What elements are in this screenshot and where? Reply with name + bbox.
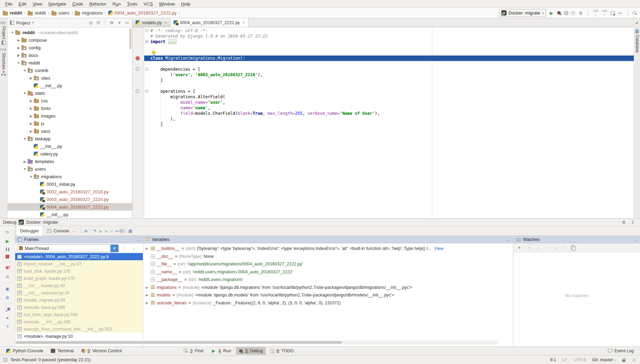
tree-toggle-icon[interactable]: ▼: [28, 175, 34, 179]
variable-row[interactable]: ▶__builtins__={dict}{'bytearray': <type …: [143, 245, 513, 253]
tree-toggle-icon[interactable]: ▶: [16, 53, 21, 57]
gear-blue-icon[interactable]: ⚙: [621, 220, 627, 225]
rerun-icon[interactable]: ↻: [5, 230, 10, 235]
commit-icon[interactable]: [611, 11, 615, 15]
step-into-my-icon[interactable]: ↘: [103, 228, 109, 234]
tool-window-button-database[interactable]: Database: [634, 29, 640, 52]
frame-row[interactable]: handle, migrate.py:89: [15, 296, 143, 304]
tree-item-0004_auto_20160327_2222-py[interactable]: 0004_auto_20160327_2222.py: [8, 203, 132, 211]
tree-item-js[interactable]: ▶js: [8, 120, 132, 127]
frame-row[interactable]: <module>, manage.py:10: [15, 333, 143, 340]
add-icon[interactable]: +: [516, 245, 522, 251]
locate-icon[interactable]: ◎: [88, 20, 93, 26]
tree-toggle-icon[interactable]: ▼: [22, 137, 28, 141]
code-fold-icon[interactable]: −: [145, 90, 148, 93]
frame-row[interactable]: build_graph, loader.py:170: [15, 275, 143, 282]
run-configuration-select[interactable]: Docker: migrate ▾: [499, 9, 546, 17]
tree-item-users[interactable]: ▼users: [8, 165, 132, 173]
code-fold-icon[interactable]: −: [145, 68, 148, 71]
step-into-icon[interactable]: ↘: [98, 228, 103, 234]
build-icon[interactable]: ≣: [578, 10, 583, 16]
debug-horizontal-scrollbar[interactable]: [15, 341, 498, 344]
menu-tools[interactable]: Tools: [124, 1, 140, 7]
code-fold-icon[interactable]: −: [145, 29, 148, 32]
menu-view[interactable]: View: [29, 1, 45, 7]
variable-row[interactable]: ▶unicode_literals={instance}_Feature: _F…: [143, 299, 513, 307]
view-table-icon[interactable]: ▦: [128, 228, 133, 234]
tree-item-0003_auto_20160327_2220-py[interactable]: 0003_auto_20160327_2220.py: [8, 195, 132, 203]
tool-window-button-python-console[interactable]: Python Console: [3, 347, 46, 354]
float-panel-icon[interactable]: →: [634, 237, 638, 242]
editor-tab-0004_auto_20160327_2222-py[interactable]: 0004_auto_20160327_2222.py×: [170, 18, 248, 27]
line-ending-indicator[interactable]: LF: [562, 357, 568, 362]
menu-file[interactable]: File: [2, 1, 16, 7]
tree-toggle-icon[interactable]: ▶: [28, 107, 34, 110]
down-blue-icon[interactable]: ↓: [131, 245, 137, 251]
tree-item-migrations[interactable]: ▼migrations: [8, 173, 132, 180]
caret-position[interactable]: 8:1: [550, 357, 556, 362]
pause-icon[interactable]: [6, 247, 9, 251]
breadcrumb-item[interactable]: 0004_auto_20160327_2222.py: [108, 10, 177, 16]
tab-console[interactable]: Console→: [43, 226, 79, 236]
expand-icon[interactable]: ▶: [145, 301, 149, 305]
tree-item-__init__-py[interactable]: __init__.py: [8, 211, 132, 218]
tree-toggle-icon[interactable]: ▼: [16, 61, 21, 65]
run-to-cursor-icon[interactable]: ↦: [114, 228, 120, 234]
frame-row[interactable]: execute, base.py:399: [15, 304, 143, 311]
coverage-icon[interactable]: [564, 11, 568, 15]
tree-item-images[interactable]: ▶images: [8, 112, 132, 120]
breadcrumb-item[interactable]: users: [51, 10, 69, 16]
menu-edit[interactable]: Edit: [16, 1, 29, 7]
chevron-icon[interactable]: ▾: [117, 20, 122, 26]
hide-down-icon[interactable]: ↧: [630, 220, 636, 225]
variable-row[interactable]: ▶migrations={module}<module 'django.db.m…: [143, 284, 513, 292]
tree-toggle-icon[interactable]: ▼: [22, 69, 28, 72]
breakpoint-icon[interactable]: [136, 56, 140, 60]
tab-debugger[interactable]: Debugger: [16, 226, 43, 236]
resume-icon[interactable]: ▶: [5, 239, 10, 244]
variable-row[interactable]: __package__={str}'reddit.users.migration…: [143, 276, 513, 284]
close-icon[interactable]: ×: [5, 315, 10, 321]
tree-item-0001_initial-py[interactable]: 0001_initial.py: [8, 180, 132, 188]
tree-item-celery-py[interactable]: celery.py: [8, 150, 132, 158]
thread-dropdown-button[interactable]: ▼: [110, 244, 118, 252]
tree-item-taskapp[interactable]: ▼taskapp: [8, 135, 132, 142]
tree-item-reddit[interactable]: ▼reddit~/cookiecutter/reddit: [8, 29, 132, 36]
search-icon[interactable]: [632, 11, 637, 16]
profiler-icon[interactable]: [571, 11, 575, 15]
tool-window-button-1-project[interactable]: 1: Project: [0, 22, 7, 45]
tool-window-button-event-log[interactable]: Event Log: [605, 347, 637, 354]
close-tab-icon[interactable]: ×: [243, 20, 245, 25]
pin-icon[interactable]: [5, 307, 10, 312]
project-panel-title[interactable]: Project: [16, 20, 30, 26]
breadcrumb-item[interactable]: reddit: [3, 10, 22, 16]
tree-item-static[interactable]: ▼static: [8, 89, 132, 97]
expand-icon[interactable]: ▶: [145, 286, 149, 289]
frame-row[interactable]: execute, __init__.py:345: [15, 318, 143, 325]
breadcrumb-item[interactable]: reddit: [28, 10, 46, 16]
frame-row[interactable]: execute_from_command_line, __init__.py:3…: [15, 325, 143, 333]
editor-tab-models-py[interactable]: models.py×: [132, 18, 170, 27]
tree-toggle-icon[interactable]: ▶: [28, 99, 34, 103]
tree-toggle-icon[interactable]: ▶: [16, 38, 21, 42]
breadcrumb-item[interactable]: migrations: [75, 10, 102, 16]
frame-row[interactable]: <module>, 0004_auto_20160327_2222.py:8: [15, 253, 143, 260]
vcs-down-icon[interactable]: [593, 10, 599, 16]
tree-toggle-icon[interactable]: ▶: [16, 46, 21, 50]
duplicate-icon[interactable]: [571, 245, 575, 250]
lock-icon[interactable]: [622, 358, 626, 362]
bug-icon[interactable]: [557, 11, 561, 15]
frame-row[interactable]: import_module, __init__.py:37: [15, 260, 143, 267]
tree-item-compose[interactable]: ▶compose: [8, 36, 132, 44]
frame-row[interactable]: __init__, executor.py:20: [15, 289, 143, 296]
gear-icon[interactable]: ⚙: [109, 20, 115, 26]
tree-item-reddit[interactable]: ▼reddit: [8, 59, 132, 67]
variable-row[interactable]: __name__={str}'reddit.users.migrations.0…: [143, 268, 513, 276]
tree-item-__init__-py[interactable]: __init__.py: [8, 142, 132, 150]
tool-window-button-terminal[interactable]: Terminal: [48, 347, 76, 354]
tree-item-docs[interactable]: ▶docs: [8, 51, 132, 59]
tool-window-button-6-todo[interactable]: 6: TODO: [268, 347, 297, 355]
variable-row[interactable]: __doc__={NoneType}None: [143, 253, 513, 261]
up-gray-icon[interactable]: ↑: [121, 245, 127, 251]
intention-bulb-icon[interactable]: [152, 51, 156, 54]
